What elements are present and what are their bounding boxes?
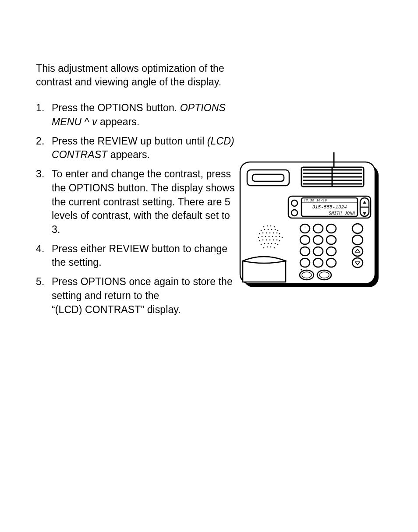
svg-point-59 (300, 236, 310, 244)
step-number: 4. (36, 242, 44, 256)
step-text-pre: To enter and change the contrast, press … (52, 168, 234, 235)
intro-paragraph: This adjustment allows optimization of t… (36, 62, 237, 89)
svg-point-53 (267, 247, 268, 248)
svg-point-33 (265, 236, 266, 237)
svg-point-9 (291, 210, 298, 216)
svg-point-58 (326, 224, 336, 233)
step-number: 3. (36, 167, 44, 181)
svg-point-56 (300, 224, 310, 233)
svg-point-27 (269, 233, 271, 234)
svg-point-44 (276, 240, 278, 241)
step-text-pre: Press the REVIEW up button until (52, 135, 207, 147)
lcd-line1: 12:30 10/19 (304, 198, 327, 202)
svg-point-46 (261, 244, 262, 245)
svg-point-61 (326, 236, 336, 244)
svg-point-8 (291, 200, 298, 206)
svg-point-65 (300, 258, 310, 267)
svg-point-35 (272, 236, 273, 237)
svg-point-45 (279, 240, 280, 242)
svg-point-40 (262, 240, 264, 241)
lcd-line3: SMITH JOHN (329, 211, 355, 216)
svg-point-23 (277, 230, 279, 231)
step-text-pre: Press the OPTIONS button. (52, 102, 180, 113)
svg-point-39 (259, 240, 260, 242)
svg-point-34 (269, 236, 270, 237)
svg-point-37 (279, 236, 280, 237)
svg-point-57 (313, 224, 323, 233)
step-number: 2. (36, 134, 44, 148)
svg-point-16 (270, 225, 272, 227)
svg-point-67 (326, 258, 336, 267)
svg-point-17 (274, 226, 275, 228)
svg-point-15 (267, 225, 268, 227)
svg-point-62 (300, 247, 310, 256)
phone-svg: 12:30 10/19 315-555-1324 SMITH JOHN (237, 152, 381, 297)
manual-page: This adjustment allows optimization of t… (0, 0, 418, 532)
svg-point-26 (266, 233, 267, 234)
svg-point-38 (282, 237, 283, 238)
svg-point-60 (313, 236, 323, 244)
svg-point-36 (276, 236, 277, 237)
step-number: 1. (36, 101, 44, 115)
svg-point-30 (279, 233, 280, 235)
svg-point-24 (259, 233, 260, 235)
steps-list: 1. Press the OPTIONS button. OPTIONS MEN… (36, 101, 237, 317)
step-text-post: appears. (97, 116, 140, 127)
svg-point-64 (326, 247, 336, 256)
step-text-post: appears. (107, 149, 150, 160)
svg-point-22 (275, 229, 276, 230)
svg-point-31 (258, 237, 259, 238)
step-text-pre: Press either REVIEW button to change the… (52, 243, 227, 268)
svg-point-47 (264, 243, 266, 244)
svg-point-66 (313, 258, 323, 267)
svg-point-25 (262, 233, 264, 234)
svg-point-32 (262, 236, 263, 237)
svg-point-55 (274, 247, 275, 249)
svg-point-41 (266, 240, 267, 241)
svg-point-42 (269, 240, 271, 241)
step-5: 5. Press OPTIONS once again to store the… (36, 275, 237, 317)
step-text-pre: Press OPTIONS once again to store the se… (52, 276, 233, 315)
step-3: 3. To enter and change the contrast, pre… (36, 167, 237, 237)
svg-point-49 (271, 243, 273, 244)
svg-point-68 (352, 224, 363, 233)
svg-point-43 (273, 240, 274, 241)
svg-point-20 (268, 229, 269, 230)
step-2: 2. Press the REVIEW up button until (LCD… (36, 134, 237, 162)
svg-point-19 (264, 229, 266, 230)
svg-rect-6 (252, 174, 284, 181)
step-4: 4. Press either REVIEW button to change … (36, 242, 237, 270)
step-1: 1. Press the OPTIONS button. OPTIONS MEN… (36, 101, 237, 129)
svg-point-28 (273, 233, 274, 234)
svg-point-29 (276, 233, 278, 234)
svg-point-18 (261, 230, 262, 231)
phone-illustration: 12:30 10/19 315-555-1324 SMITH JOHN (237, 152, 381, 297)
svg-point-21 (271, 229, 273, 230)
svg-point-54 (270, 247, 272, 248)
svg-point-50 (275, 243, 276, 244)
svg-point-63 (313, 247, 323, 256)
step-number: 5. (36, 275, 44, 289)
svg-point-69 (352, 235, 363, 245)
svg-point-51 (277, 244, 279, 245)
svg-point-14 (263, 226, 265, 228)
lcd-line2: 315-555-1324 (312, 204, 347, 210)
svg-point-48 (268, 243, 269, 244)
svg-point-74 (301, 269, 302, 271)
svg-point-52 (263, 247, 265, 249)
